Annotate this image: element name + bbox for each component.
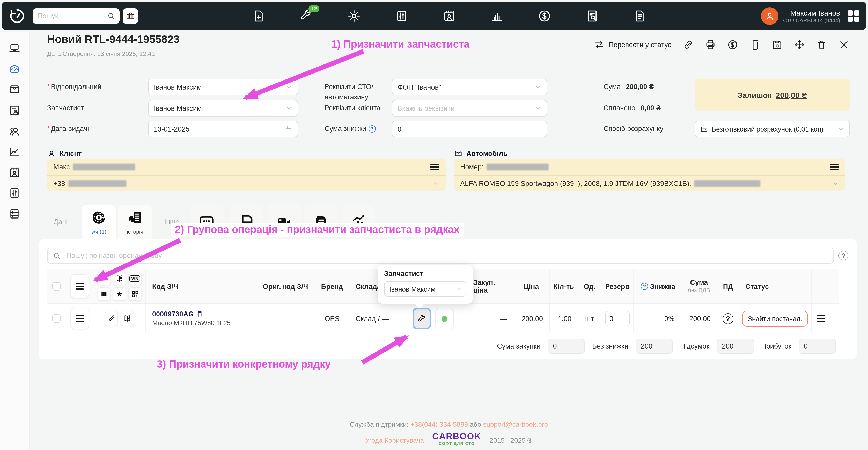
catalog-book-button[interactable] — [113, 272, 126, 285]
payment-icon[interactable] — [727, 39, 738, 50]
move-icon[interactable] — [794, 39, 805, 50]
tab-data[interactable]: Дані — [44, 205, 77, 239]
sidebar-item-settings[interactable] — [8, 187, 21, 199]
responsible-label: *Відповідальний — [47, 83, 101, 91]
green-blob-icon — [439, 313, 449, 323]
parts-search-input[interactable] — [66, 252, 828, 260]
client-name-row[interactable]: Макс — [47, 159, 446, 175]
delete-icon[interactable] — [816, 39, 827, 50]
document-actions: Перевести у статус — [594, 39, 849, 50]
total-value: 200 — [717, 339, 754, 354]
issue-date-input[interactable]: 13-01-2025 — [148, 121, 298, 137]
chevron-down-icon — [832, 180, 839, 187]
find-supplier-button[interactable]: Знайти постачал. — [742, 310, 808, 327]
transfer-status-button[interactable]: Перевести у статус — [594, 39, 671, 50]
reports-chart-icon[interactable] — [490, 9, 504, 23]
tab-parts[interactable]: з/ч (1) — [82, 205, 116, 239]
sidebar-item-workplace[interactable] — [8, 42, 21, 54]
user-agreement-link[interactable]: Угода Користувача — [365, 436, 424, 444]
qr-add-button[interactable] — [128, 288, 142, 301]
close-icon[interactable] — [838, 39, 849, 50]
minus-button[interactable]: – — [97, 272, 111, 285]
partsman-label: Запчастист — [47, 104, 84, 112]
global-search-input[interactable] — [33, 8, 120, 24]
row-menu-button[interactable] — [70, 308, 89, 329]
support-phone-link[interactable]: +38(044) 334-5889 — [410, 420, 468, 428]
sum-total: Сума200,00 ₴ — [603, 83, 654, 91]
select-all-checkbox[interactable] — [52, 282, 61, 291]
redacted-client-phone — [68, 180, 126, 187]
sidebar-item-clients[interactable] — [8, 125, 21, 137]
row-more-icon[interactable] — [816, 315, 825, 322]
vat-question-icon[interactable]: ? — [722, 313, 734, 324]
vehicle-menu-icon[interactable] — [830, 163, 839, 171]
profit-value: 0 — [799, 339, 836, 354]
payment-method-label: Спосіб розрахунку — [603, 125, 663, 132]
vehicle-description-row[interactable]: ALFA ROMEO 159 Sportwagon (939_), 2008, … — [454, 175, 845, 191]
cashbox-button[interactable] — [123, 8, 138, 24]
user-menu[interactable]: Максим Іванов СТО CARBOOK (9444) — [761, 7, 859, 25]
group-operations-button[interactable] — [70, 274, 89, 298]
partsman-popover: Запчастист Іванов Максим — [378, 265, 472, 304]
availability-status-button[interactable] — [435, 308, 454, 329]
new-document-icon[interactable] — [252, 9, 266, 23]
save-icon[interactable] — [772, 39, 783, 50]
duplicate-icon[interactable] — [749, 39, 760, 50]
sidebar-item-calendar[interactable] — [8, 166, 21, 179]
controls-sliders-icon[interactable] — [395, 9, 409, 23]
tab-history[interactable]: історія — [118, 205, 152, 239]
client-phone-row[interactable]: +38 — [47, 175, 446, 191]
catalog-book-button[interactable] — [121, 311, 134, 326]
payment-method-select[interactable]: Безготівковий розрахунок (0.01 коп) — [694, 121, 850, 137]
sto-requisites-select[interactable]: ФОП "Іванов" — [392, 79, 547, 95]
popover-partsman-select[interactable]: Іванов Максим — [384, 281, 466, 297]
print-icon[interactable] — [705, 39, 716, 50]
document-search-icon[interactable] — [586, 9, 599, 23]
totals-bar: Сума закупки 0 Без знижки 200 Підсумок 2… — [497, 339, 836, 354]
calendar-clients-icon[interactable] — [443, 9, 456, 23]
client-requisites-select[interactable]: Вкажіть реквізити — [392, 100, 547, 117]
part-code-link[interactable]: 00009730AG — [152, 310, 203, 318]
assign-partsman-button[interactable] — [412, 308, 431, 329]
carbook-logo-icon[interactable] — [9, 7, 25, 24]
stock-link[interactable]: Склад — [355, 314, 376, 322]
partsman-select[interactable]: Іванов Максим — [148, 100, 298, 117]
sidebar-item-storage[interactable] — [8, 208, 21, 220]
responsible-select[interactable]: Іванов Максим — [148, 79, 298, 95]
sidebar-item-analytics[interactable] — [8, 146, 21, 158]
barcode-button[interactable] — [97, 288, 111, 301]
row-checkbox[interactable] — [52, 314, 61, 323]
support-email-link[interactable]: support@carbook.pro — [483, 420, 548, 428]
help-icon[interactable]: ? — [838, 251, 848, 261]
discount-sum-label: Сума знижки? — [324, 125, 375, 132]
orders-wrench-icon[interactable]: 12 — [300, 9, 313, 23]
redacted-plate — [487, 163, 549, 170]
footer: Служба підтримки: +38(044) 334-5889 або … — [30, 420, 868, 447]
annotation-2: 2) Групова операція - призначити запчаст… — [171, 223, 464, 237]
vehicle-plate-row[interactable]: Номер: — [454, 159, 845, 175]
discount-help-icon[interactable]: ? — [641, 283, 648, 290]
sidebar-item-inbox[interactable] — [8, 83, 21, 96]
settings-gear-icon[interactable] — [347, 9, 361, 23]
annotation-3: 3) Призначити конкретному рядку — [157, 358, 331, 370]
brand-link[interactable]: OES — [324, 314, 339, 322]
favorites-star-button[interactable]: ★ — [113, 288, 126, 301]
part-row: 00009730AG Масло МКПП 75W80 1L25 OES Скл… — [47, 303, 839, 333]
page-title: Новий RTL-9444-1955823 — [47, 33, 180, 46]
discount-sum-input[interactable] — [392, 121, 547, 137]
document-lines-icon[interactable] — [633, 9, 647, 23]
apps-grid-icon[interactable] — [848, 10, 859, 22]
question-info-icon[interactable]: ? — [368, 125, 375, 132]
sidebar-item-orders[interactable] — [8, 104, 21, 117]
avatar — [761, 7, 778, 25]
sidebar-item-dashboard[interactable] — [8, 63, 21, 75]
vin-button[interactable]: VIN — [128, 272, 142, 285]
copy-link-icon[interactable] — [683, 39, 693, 50]
client-menu-icon[interactable] — [430, 163, 439, 171]
finance-dollar-icon[interactable] — [538, 9, 552, 23]
chevron-down-icon — [455, 286, 461, 292]
search-icon — [53, 251, 61, 260]
app-root: 12 Максим Іванов СТО CARBOOK (9444) — [0, 0, 868, 450]
copy-icon[interactable] — [196, 311, 203, 318]
edit-pencil-button[interactable] — [104, 311, 118, 326]
